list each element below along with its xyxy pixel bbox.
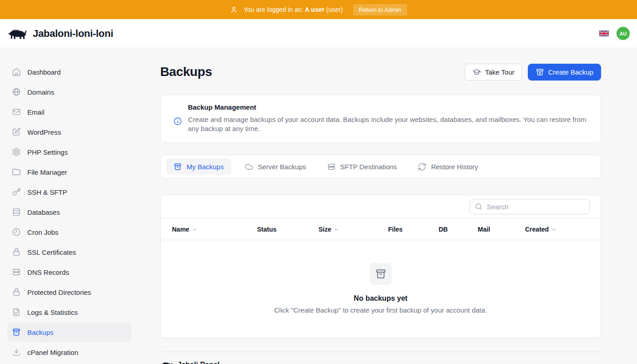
tabs-bar: My Backups Server Backups SFTP Destinati…	[160, 155, 601, 178]
refresh-icon	[418, 162, 426, 171]
chevron-down-icon	[334, 227, 339, 232]
empty-state: No backups yet Click "Create Backup" to …	[161, 240, 601, 338]
sidebar-item-label: Dashboard	[27, 68, 61, 76]
sidebar-item-label: Protected Directories	[27, 288, 91, 296]
chevron-down-icon	[192, 227, 197, 232]
sidebar-item-label: Cron Jobs	[27, 228, 58, 236]
info-card: Backup Management Create and manage back…	[160, 95, 601, 143]
sidebar-item-logs-statistics[interactable]: Logs & Statistics	[7, 302, 131, 322]
column-header-db: DB	[439, 226, 478, 233]
backups-table-card: Name Status Size Files DB Mail	[160, 195, 601, 338]
search-input[interactable]	[470, 199, 590, 214]
logged-in-text: You are logged in as: A user (user)	[243, 6, 343, 13]
boar-logo-icon	[7, 26, 27, 41]
sidebar-item-email[interactable]: Email	[7, 102, 131, 122]
archive-down-icon	[536, 68, 544, 76]
column-header-created[interactable]: Created	[525, 226, 601, 233]
sidebar-item-label: Databases	[27, 208, 60, 216]
column-header-name[interactable]: Name	[172, 226, 257, 233]
sidebar-item-dns-records[interactable]: DNS Records	[7, 262, 131, 282]
lock-icon	[12, 248, 21, 257]
sidebar-item-label: File Manager	[27, 168, 67, 176]
sidebar-item-label: Email	[27, 108, 45, 116]
sidebar-item-databases[interactable]: Databases	[7, 202, 131, 222]
lock-icon	[12, 288, 21, 297]
impersonation-bar: You are logged in as: A user (user) Retu…	[0, 0, 637, 19]
sidebar-item-file-manager[interactable]: File Manager	[7, 162, 131, 182]
sidebar-item-cron-jobs[interactable]: Cron Jobs	[7, 222, 131, 242]
info-card-description: Create and manage backups of your accoun…	[188, 115, 590, 133]
empty-state-title: No backups yet	[354, 294, 407, 303]
archive-icon	[12, 328, 21, 337]
graduation-cap-icon	[472, 68, 481, 76]
column-header-mail: Mail	[478, 226, 525, 233]
tab-server-backups[interactable]: Server Backups	[238, 158, 313, 175]
sidebar-item-php-settings[interactable]: PHP Settings	[7, 142, 131, 162]
archive-icon	[173, 162, 182, 171]
empty-state-message: Click "Create Backup" to create your fir…	[274, 306, 487, 314]
logged-in-user: A user	[305, 6, 324, 13]
info-icon	[173, 117, 182, 133]
column-header-size[interactable]: Size	[318, 226, 388, 233]
sidebar-item-backups[interactable]: Backups	[7, 322, 131, 342]
boar-logo-icon	[160, 360, 173, 364]
sidebar-item-label: SSL Certificates	[27, 248, 76, 256]
archive-icon	[370, 263, 392, 285]
tab-restore-history[interactable]: Restore History	[410, 158, 485, 175]
sidebar-item-label: DNS Records	[27, 268, 69, 276]
page-footer: Jabali Panel	[160, 352, 601, 364]
sidebar-item-cpanel-migration[interactable]: cPanel Migration	[7, 342, 131, 362]
footer-brand: Jabali Panel	[177, 361, 220, 364]
take-tour-button[interactable]: Take Tour	[465, 64, 522, 81]
language-flag-icon[interactable]	[599, 30, 609, 37]
server-icon	[327, 162, 336, 171]
sidebar-item-label: SSH & SFTP	[27, 188, 67, 196]
column-header-files: Files	[388, 226, 439, 233]
chevron-down-icon	[551, 227, 556, 232]
info-card-title: Backup Management	[188, 103, 590, 111]
sidebar-item-label: Logs & Statistics	[27, 308, 78, 316]
page-title: Backups	[160, 65, 212, 79]
file-text-icon	[12, 308, 21, 317]
tab-my-backups[interactable]: My Backups	[166, 158, 231, 175]
download-icon	[12, 348, 21, 357]
return-to-admin-button[interactable]: Return to Admin	[353, 4, 407, 15]
key-icon	[12, 187, 21, 197]
app-header: Jabaloni-loni-loni AU	[0, 19, 637, 48]
mail-icon	[12, 107, 21, 116]
clock-icon	[12, 228, 21, 237]
server-icon	[12, 268, 21, 277]
sidebar-item-label: Backups	[27, 329, 54, 336]
table-header-row: Name Status Size Files DB Mail	[161, 218, 601, 240]
tab-sftp-destinations[interactable]: SFTP Destinations	[320, 158, 404, 175]
sidebar-item-label: PHP Settings	[27, 148, 68, 156]
sidebar-item-label: cPanel Migration	[27, 349, 78, 356]
sidebar-item-label: WordPress	[27, 128, 61, 136]
cloud-icon	[245, 162, 253, 171]
sidebar: Dashboard Domains Email WordPress PHP Se…	[0, 48, 139, 364]
column-header-status: Status	[257, 226, 318, 233]
user-icon	[230, 5, 238, 14]
sidebar-item-label: Domains	[27, 88, 54, 96]
user-avatar[interactable]: AU	[617, 27, 630, 40]
globe-icon	[12, 87, 21, 96]
logged-in-role: (user)	[326, 6, 343, 13]
sidebar-item-ssl-certificates[interactable]: SSL Certificates	[7, 242, 131, 262]
create-backup-button[interactable]: Create Backup	[528, 64, 601, 81]
search-icon	[475, 202, 483, 211]
brand: Jabaloni-loni-loni	[7, 26, 113, 41]
sidebar-item-dashboard[interactable]: Dashboard	[7, 62, 131, 82]
folder-icon	[12, 167, 21, 177]
main-content: Backups Take Tour Create Backup Backup M…	[139, 48, 616, 364]
sidebar-item-ssh-sftp[interactable]: SSH & SFTP	[7, 182, 131, 202]
edit-icon	[12, 127, 21, 136]
home-icon	[12, 67, 21, 76]
database-icon	[12, 207, 21, 217]
sidebar-item-protected-directories[interactable]: Protected Directories	[7, 282, 131, 302]
sidebar-item-wordpress[interactable]: WordPress	[7, 122, 131, 142]
sidebar-item-domains[interactable]: Domains	[7, 82, 131, 102]
brand-title: Jabaloni-loni-loni	[33, 28, 113, 40]
gear-icon	[12, 147, 21, 157]
